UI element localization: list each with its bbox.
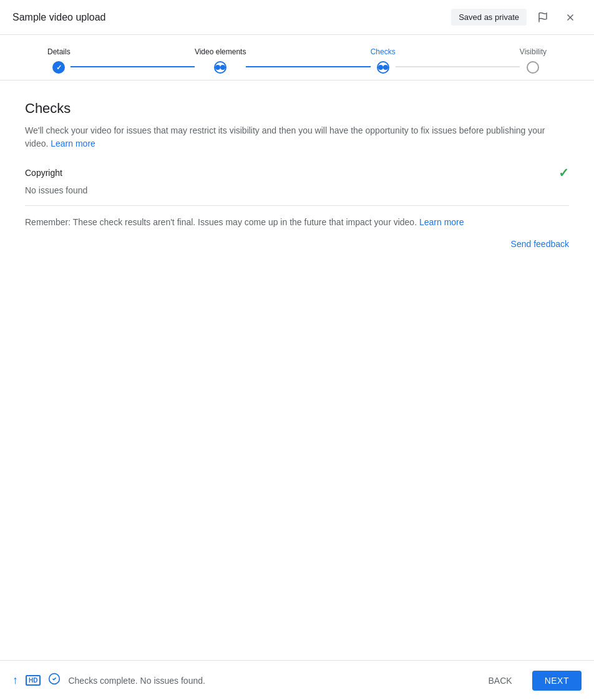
header: Sample video upload Saved as private [0, 0, 594, 35]
close-button[interactable] [559, 6, 582, 29]
step-checks-circle [377, 61, 389, 74]
connector-1 [71, 66, 195, 67]
step-video-elements: Video elements [195, 47, 246, 74]
upload-icon: ↑ [12, 674, 18, 687]
connector-2 [246, 66, 370, 67]
footer-left: ↑ HD Checks complete. No issues found. [12, 673, 205, 688]
close-icon [565, 12, 576, 23]
learn-more-link-2[interactable]: Learn more [419, 217, 464, 227]
copyright-title: Copyright [25, 168, 62, 178]
send-feedback-link[interactable]: Send feedback [511, 239, 569, 249]
step-visibility-circle [527, 61, 539, 74]
main-content: Checks We'll check your video for issues… [0, 80, 594, 660]
footer: ↑ HD Checks complete. No issues found. B… [0, 660, 594, 700]
checks-description: We'll check your video for issues that m… [25, 124, 569, 150]
learn-more-link-1[interactable]: Learn more [51, 139, 95, 148]
footer-status: Checks complete. No issues found. [68, 676, 205, 686]
header-actions: Saved as private [451, 6, 582, 29]
no-issues-text: No issues found [25, 185, 569, 195]
divider [25, 205, 569, 206]
step-checks-label: Checks [371, 47, 396, 56]
back-button[interactable]: BACK [476, 671, 525, 691]
next-button[interactable]: NEXT [532, 671, 582, 691]
page-title: Sample video upload [12, 12, 105, 23]
copyright-header: Copyright ✓ [25, 165, 569, 180]
step-video-elements-circle [214, 61, 226, 74]
stepper-container: Details Video elements Checks Visibility [0, 35, 594, 80]
checks-title: Checks [25, 100, 569, 117]
complete-check-icon [48, 673, 61, 688]
step-details-label: Details [47, 47, 71, 56]
checkmark-icon: ✓ [558, 165, 569, 180]
reminder-text: Remember: These check results aren't fin… [25, 216, 569, 229]
step-details: Details [47, 47, 71, 74]
step-visibility-label: Visibility [520, 47, 547, 56]
step-details-circle [52, 61, 65, 74]
stepper: Details Video elements Checks Visibility [47, 47, 547, 74]
flag-icon [537, 12, 548, 23]
saved-badge: Saved as private [451, 9, 527, 26]
step-video-elements-label: Video elements [195, 47, 246, 56]
step-visibility: Visibility [520, 47, 547, 74]
copyright-section: Copyright ✓ No issues found [25, 165, 569, 195]
flag-button[interactable] [532, 6, 554, 29]
step-checks: Checks [371, 47, 396, 74]
connector-3 [396, 66, 520, 67]
hd-badge: HD [26, 675, 41, 686]
footer-right: BACK NEXT [476, 671, 582, 691]
send-feedback-row: Send feedback [25, 239, 569, 249]
